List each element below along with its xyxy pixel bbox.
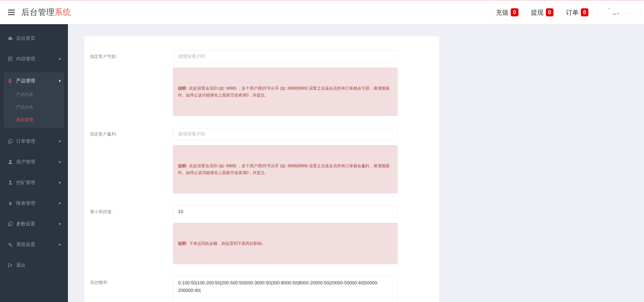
user-icon — [8, 159, 13, 165]
sidebar-item-label: 参数设置 — [16, 221, 35, 227]
form-row-customer-profit: 指定客户赢利: 说明:此处设置会员ID (如: 8888) ，多个用户用|符号分… — [84, 128, 439, 193]
app-title: 后台管理系统 — [21, 7, 71, 18]
sidebar-item-label: 报表管理 — [16, 200, 35, 207]
sidebar-item-product-category[interactable]: 产品分类 — [4, 101, 64, 113]
page: 后台管理系统 充值 0 提现 0 订单 0 — [0, 0, 644, 302]
recharge-count-badge: 0 — [511, 8, 518, 16]
user-box[interactable] — [597, 4, 640, 20]
caret-right-icon — [59, 202, 61, 205]
customer-profit-note: 说明:此处设置会员ID (如: 8888) ，多个用户用|符号分开 (如: 88… — [173, 145, 398, 193]
miner-icon — [8, 180, 13, 185]
form-row-risk-probability: 风控概率: 0-100:50|100-200:50|200-500:50|500… — [84, 276, 439, 302]
gears-icon — [8, 242, 13, 247]
customer-loss-label: 指定客户亏损: — [84, 50, 173, 116]
caret-right-icon — [59, 243, 61, 246]
book-icon — [8, 56, 13, 62]
body-split: 后台首页 内容管理 产品管理 产品列表 — [0, 24, 644, 302]
sidebar-item-label: 系统设置 — [16, 241, 35, 248]
sidebar-item-product-list[interactable]: 产品列表 — [4, 88, 64, 101]
order-label: 订单 — [566, 8, 579, 17]
sidebar-item-users[interactable]: 用户管理 — [4, 155, 64, 169]
recharge-stat-button[interactable]: 充值 0 — [492, 4, 522, 20]
hamburger-menu-icon[interactable] — [8, 9, 15, 16]
sidebar-item-system-settings[interactable]: 系统设置 — [4, 237, 64, 252]
user-box-mark — [613, 12, 616, 15]
form-row-min-risk-value: 最小风控值: 说明:下单达到此金额，则会受到下面风控影响。 — [84, 206, 439, 264]
withdraw-label: 提现 — [531, 8, 544, 17]
customer-profit-label: 指定客户赢利: — [84, 128, 173, 193]
order-count-badge: 0 — [581, 8, 588, 16]
app-title-primary: 后台管理 — [21, 8, 55, 17]
form-row-customer-loss: 指定客户亏损: 说明:此处设置会员ID (如: 8888) ，多个用户用|符号分… — [84, 50, 439, 116]
sidebar-item-label: 挖矿管理 — [16, 179, 35, 186]
sidebar-item-risk-control[interactable]: 风控管理 — [4, 113, 64, 126]
yen-icon: ¥ — [8, 200, 13, 206]
caret-right-icon — [59, 58, 61, 60]
sidebar-item-label: 产品管理 — [16, 78, 35, 84]
header: 后台管理系统 充值 0 提现 0 订单 0 — [0, 1, 644, 24]
min-risk-value-label: 最小风控值: — [84, 206, 173, 264]
withdraw-stat-button[interactable]: 提现 0 — [527, 4, 557, 20]
user-box-dot — [609, 8, 610, 9]
sidebar-item-parameters[interactable]: 参数设置 — [4, 217, 64, 231]
header-left: 后台管理系统 — [8, 7, 71, 18]
sidebar-item-dashboard[interactable]: 后台首页 — [4, 31, 64, 46]
sidebar-group-products: 产品管理 产品列表 产品分类 风控管理 — [4, 72, 64, 128]
caret-right-icon — [59, 181, 61, 184]
caret-right-icon — [59, 80, 61, 82]
sidebar-item-logout[interactable]: 退出 — [4, 258, 64, 273]
risk-settings-card: 指定客户亏损: 说明:此处设置会员ID (如: 8888) ，多个用户用|符号分… — [84, 36, 439, 302]
main-content: 指定客户亏损: 说明:此处设置会员ID (如: 8888) ，多个用户用|符号分… — [68, 24, 644, 302]
dashboard-icon — [8, 36, 13, 41]
caret-right-icon — [59, 161, 61, 163]
caret-right-icon — [59, 140, 61, 143]
sidebar-item-label: 订单管理 — [16, 138, 35, 145]
sidebar-item-label: 用户管理 — [16, 159, 35, 165]
sidebar: 后台首页 内容管理 产品管理 产品列表 — [0, 24, 68, 302]
sidebar-item-reports[interactable]: ¥ 报表管理 — [4, 196, 64, 211]
sidebar-item-orders[interactable]: 订单管理 — [4, 134, 64, 149]
app-title-accent: 系统 — [55, 8, 71, 17]
withdraw-count-badge: 0 — [546, 8, 553, 16]
min-risk-value-note: 说明:下单达到此金额，则会受到下面风控影响。 — [173, 223, 398, 264]
customer-loss-note: 说明:此处设置会员ID (如: 8888) ，多个用户用|符号分开 (如: 88… — [173, 68, 398, 116]
header-right: 充值 0 提现 0 订单 0 — [492, 4, 640, 20]
risk-probability-textarea[interactable]: 0-100:50|100-200:50|200-500:50|500-3000:… — [173, 276, 398, 302]
caret-right-icon — [59, 223, 61, 225]
files-icon — [8, 139, 13, 144]
files-icon — [8, 221, 13, 227]
order-stat-button[interactable]: 订单 0 — [562, 4, 592, 20]
logout-icon — [8, 262, 13, 268]
sidebar-item-mining[interactable]: 挖矿管理 — [4, 175, 64, 190]
sidebar-item-products[interactable]: 产品管理 — [4, 74, 64, 88]
customer-profit-input[interactable] — [173, 128, 398, 140]
bitcoin-icon — [8, 78, 13, 84]
sidebar-item-content[interactable]: 内容管理 — [4, 52, 64, 66]
sidebar-item-label: 后台首页 — [16, 35, 35, 42]
customer-loss-input[interactable] — [173, 50, 398, 62]
min-risk-value-input[interactable] — [173, 206, 398, 218]
sidebar-item-label: 退出 — [16, 262, 26, 269]
recharge-label: 充值 — [496, 8, 508, 17]
sidebar-item-label: 内容管理 — [16, 56, 35, 62]
risk-probability-label: 风控概率: — [84, 276, 173, 302]
